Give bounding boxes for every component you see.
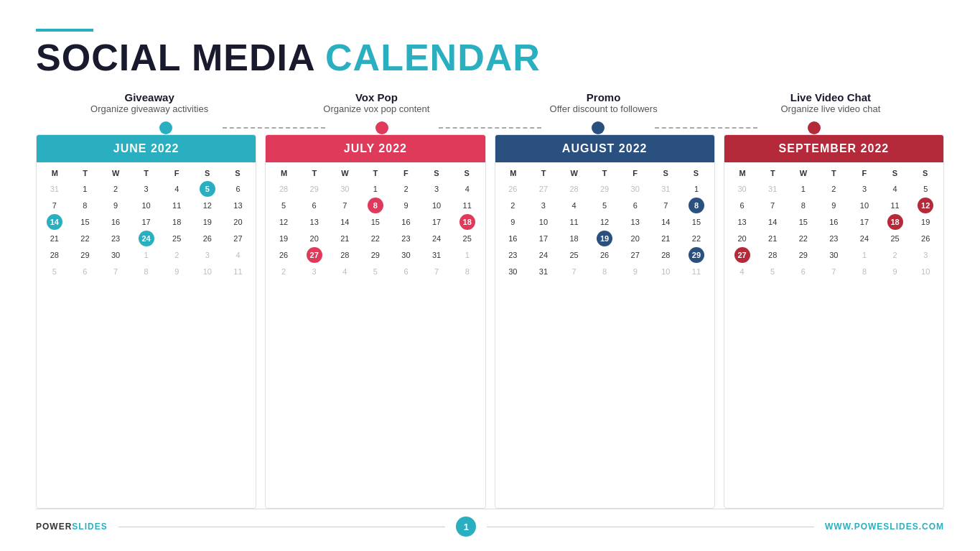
footer: POWERSLIDES 1 WWW.POWESLIDES.COM	[36, 509, 944, 537]
calendar-day: 18	[162, 214, 192, 230]
calendar-day: 5	[360, 264, 391, 279]
calendar-day: 6	[788, 264, 818, 279]
calendar-header-july: JULY 2022	[266, 135, 485, 162]
calendar-day: 16	[101, 214, 131, 230]
calendar-day: 27	[528, 181, 559, 197]
calendar-day: 9	[101, 198, 131, 213]
calendar-day: 29	[360, 247, 391, 263]
calendar-day: 2	[162, 247, 192, 263]
calendar-day: 19	[597, 231, 612, 246]
weekday-label: S	[910, 167, 941, 180]
calendar-day: 7	[39, 198, 70, 213]
calendar-day: 28	[330, 247, 360, 263]
calendar-day: 8	[368, 198, 383, 213]
weekday-label: W	[559, 167, 589, 180]
weekday-label: S	[421, 167, 452, 180]
calendar-day: 29	[589, 181, 620, 197]
weekday-label: T	[70, 167, 100, 180]
timeline-segment-2	[547, 121, 649, 134]
calendar-header-june: JUNE 2022	[37, 135, 256, 162]
calendar-day: 1	[452, 247, 482, 263]
category-desc-giveaway: Organize giveaway activities	[36, 103, 263, 114]
calendar-day: 11	[162, 198, 192, 213]
calendar-day: 1	[70, 181, 101, 197]
calendar-day: 5	[200, 181, 215, 197]
calendar-day: 24	[421, 231, 452, 246]
calendar-day: 30	[391, 247, 421, 263]
timeline-dot-2	[592, 121, 605, 134]
category-live-video: Live Video Chat Organize live video chat	[717, 91, 944, 114]
calendar-day: 25	[162, 231, 192, 246]
category-desc-promo: Offer discount to followers	[490, 103, 717, 114]
calendar-day: 17	[849, 214, 879, 230]
category-giveaway: Giveaway Organize giveaway activities	[36, 91, 263, 114]
calendar-body-september: MTWTFSS303112345678910111213141516171819…	[724, 162, 943, 508]
title-area: SOCIAL MEDIA CALENDAR	[36, 29, 944, 78]
calendar-day: 18	[559, 231, 589, 246]
calendar-day: 26	[589, 247, 620, 263]
calendar-day: 2	[101, 181, 131, 197]
calendar-day: 10	[528, 214, 559, 230]
calendar-day: 9	[819, 198, 849, 213]
calendar-day: 9	[880, 264, 910, 279]
calendar-day: 16	[391, 214, 421, 230]
timeline-dot-3	[808, 121, 821, 134]
calendar-body-june: MTWTFSS311234567891011121314151617181920…	[37, 162, 256, 508]
calendar-day: 29	[689, 247, 704, 263]
calendar-day: 22	[788, 231, 818, 246]
calendar-day: 15	[788, 214, 818, 230]
calendar-day: 28	[269, 181, 299, 197]
calendar-day: 4	[162, 181, 192, 197]
calendar-day: 20	[727, 231, 757, 246]
calendar-day: 7	[330, 198, 360, 213]
calendar-day: 27	[620, 247, 650, 263]
calendar-day: 4	[727, 264, 757, 279]
calendar-day: 5	[589, 198, 620, 213]
calendar-day: 23	[391, 231, 421, 246]
weekday-label: T	[589, 167, 620, 180]
calendar-day: 24	[849, 231, 879, 246]
calendar-day: 28	[757, 247, 788, 263]
weekday-label: S	[192, 167, 222, 180]
main-title: SOCIAL MEDIA CALENDAR	[36, 37, 944, 78]
timeline-dot-1	[375, 121, 388, 134]
calendar-day: 19	[269, 231, 299, 246]
category-title-promo: Promo	[490, 91, 717, 103]
calendar-day: 13	[299, 214, 330, 230]
calendar-day: 3	[192, 247, 223, 263]
calendar-day: 14	[47, 214, 62, 230]
calendar-day: 29	[70, 247, 101, 263]
calendar-day: 5	[910, 181, 941, 197]
calendar-day: 11	[452, 198, 482, 213]
calendar-day: 16	[498, 231, 528, 246]
weekday-label: S	[452, 167, 482, 180]
calendar-day: 14	[757, 214, 788, 230]
calendar-day: 3	[299, 264, 330, 279]
calendar-day: 31	[39, 181, 70, 197]
calendar-day: 12	[192, 198, 223, 213]
calendar-day: 7	[757, 198, 788, 213]
calendar-day: 3	[849, 181, 879, 197]
calendar-day: 8	[131, 264, 162, 279]
calendar-day: 17	[528, 231, 559, 246]
calendar-day: 2	[269, 264, 299, 279]
calendar-day: 21	[757, 231, 788, 246]
calendar-day: 12	[589, 214, 620, 230]
weekday-label: T	[818, 167, 849, 180]
calendar-day: 15	[360, 214, 391, 230]
calendar-day: 15	[681, 214, 711, 230]
calendar-day: 6	[70, 264, 101, 279]
calendar-day: 9	[620, 264, 650, 279]
calendar-day: 23	[101, 231, 131, 246]
calendar-day: 3	[528, 198, 559, 213]
calendar-day: 7	[819, 264, 849, 279]
calendar-day: 14	[330, 214, 360, 230]
calendar-day: 6	[727, 198, 757, 213]
weekday-label: W	[101, 167, 131, 180]
calendar-day: 8	[849, 264, 879, 279]
calendar-day: 11	[681, 264, 711, 279]
weekday-label: S	[650, 167, 681, 180]
calendar-day: 1	[131, 247, 162, 263]
calendar-day: 13	[727, 214, 757, 230]
calendar-day: 25	[452, 231, 482, 246]
